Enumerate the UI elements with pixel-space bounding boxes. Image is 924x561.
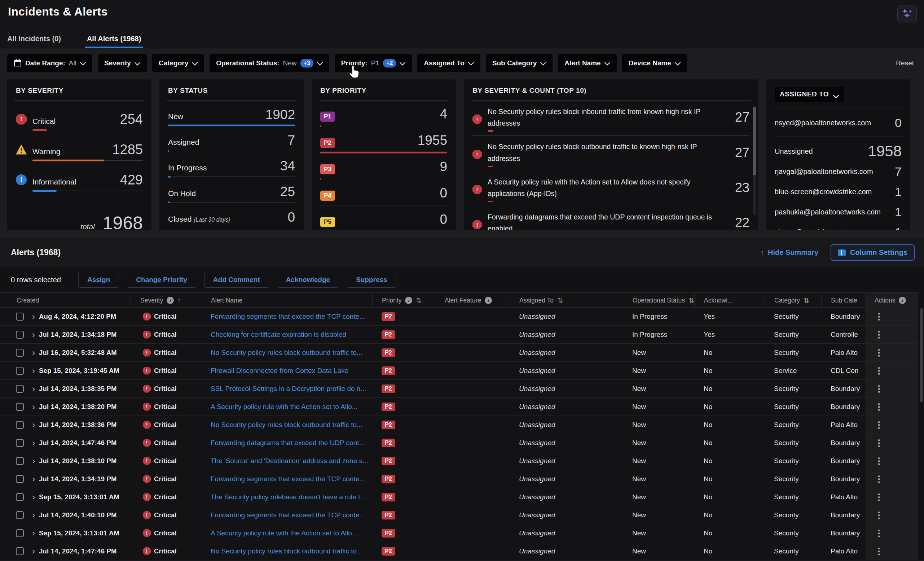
- top10-row[interactable]: ! A Security policy rule with the Action…: [472, 171, 750, 206]
- alert-name-link[interactable]: No Security policy rules block outbound …: [211, 421, 363, 429]
- expand-chevron-icon[interactable]: ›: [32, 547, 35, 556]
- assignee-row[interactable]: pashukla@paloaltonetworks.com 1: [775, 206, 902, 217]
- bulk-action-button[interactable]: Assign: [78, 272, 119, 288]
- priority-row[interactable]: P5 0: [320, 214, 447, 230]
- assignee-row[interactable]: Unassigned 1958: [775, 146, 902, 157]
- sort-icon[interactable]: ⇅: [688, 296, 694, 305]
- ai-assistant-button[interactable]: [897, 5, 917, 23]
- status-row[interactable]: On Hold 25: [168, 186, 295, 203]
- severity-row[interactable]: i Informational429: [16, 174, 143, 192]
- assignee-row[interactable]: rjavgal@paloaltonetworks.com 7: [775, 166, 902, 177]
- table-row[interactable]: › Aug 4, 2024, 4:12:20 PM ! Critical For…: [0, 308, 918, 326]
- expand-chevron-icon[interactable]: ›: [32, 439, 35, 447]
- table-row[interactable]: › Jul 14, 2024, 1:47:46 PM ! Critical No…: [0, 542, 918, 560]
- table-row[interactable]: › Sep 15, 2024, 3:13:01 AM ! Critical A …: [0, 524, 918, 542]
- hide-summary-button[interactable]: ↑ Hide Summary: [760, 248, 818, 257]
- row-actions-menu[interactable]: ⋮: [874, 475, 883, 483]
- row-checkbox[interactable]: [16, 385, 24, 393]
- filter-button[interactable]: Assigned To: [417, 54, 480, 72]
- filter-button[interactable]: Date Range: All: [7, 54, 92, 72]
- table-row[interactable]: › Sep 15, 2024, 3:19:45 AM ! Critical Fi…: [0, 362, 918, 380]
- header-created[interactable]: Created: [0, 293, 130, 308]
- column-settings-button[interactable]: Column Settings: [831, 244, 915, 261]
- row-checkbox[interactable]: [16, 349, 24, 356]
- tab[interactable]: All Incidents (0): [6, 33, 62, 48]
- row-actions-menu[interactable]: ⋮: [874, 439, 883, 447]
- alert-name-link[interactable]: Firewall Disconnected from Cortex Data L…: [211, 367, 348, 375]
- row-actions-menu[interactable]: ⋮: [874, 511, 883, 519]
- row-actions-menu[interactable]: ⋮: [874, 457, 883, 465]
- alert-name-link[interactable]: Forwarding segments that exceed the TCP …: [211, 511, 365, 519]
- tab[interactable]: All Alerts (1968): [86, 33, 142, 48]
- row-actions-menu[interactable]: ⋮: [874, 312, 883, 321]
- row-actions-menu[interactable]: ⋮: [874, 366, 883, 375]
- table-row[interactable]: › Jul 14, 2024, 1:34:18 PM ! Critical Ch…: [0, 326, 918, 344]
- alert-name-link[interactable]: Forwarding datagrams that exceed the UDP…: [211, 439, 364, 447]
- row-actions-menu[interactable]: ⋮: [874, 348, 883, 357]
- table-row[interactable]: › Jul 14, 2024, 1:40:10 PM ! Critical Fo…: [0, 506, 918, 524]
- assignee-row[interactable]: viewer@pan-labs.net 1: [775, 227, 902, 230]
- filter-button[interactable]: Priority: P1 +2: [335, 54, 412, 72]
- sort-icon[interactable]: ⇅: [416, 296, 422, 305]
- header-priority[interactable]: Priority i ⇅: [372, 293, 435, 308]
- table-row[interactable]: › Jul 14, 2024, 1:47:46 PM ! Critical Fo…: [0, 434, 918, 452]
- header-alert-name[interactable]: Alert Name: [202, 293, 372, 308]
- row-actions-menu[interactable]: ⋮: [874, 330, 883, 339]
- expand-chevron-icon[interactable]: ›: [32, 348, 35, 357]
- bulk-action-button[interactable]: Acknowledge: [277, 272, 339, 288]
- expand-chevron-icon[interactable]: ›: [32, 330, 35, 339]
- row-checkbox[interactable]: [16, 313, 24, 320]
- table-row[interactable]: › Jul 14, 2024, 1:34:19 PM ! Critical Fo…: [0, 470, 918, 488]
- expand-chevron-icon[interactable]: ›: [32, 529, 35, 537]
- top10-row[interactable]: ! No Security policy rules block outboun…: [472, 136, 750, 171]
- expand-chevron-icon[interactable]: ›: [32, 475, 35, 483]
- header-category[interactable]: Category ⇅: [765, 293, 821, 308]
- status-row[interactable]: Closed (Last 30 days) 0: [168, 212, 295, 229]
- filter-button[interactable]: Sub Category: [486, 54, 553, 72]
- alert-name-link[interactable]: No Security policy rules block outbound …: [211, 349, 363, 356]
- status-row[interactable]: Assigned 7: [168, 135, 295, 152]
- status-row[interactable]: In Progress 34: [168, 160, 295, 177]
- expand-chevron-icon[interactable]: ›: [32, 403, 35, 411]
- filter-button[interactable]: Device Name: [622, 54, 687, 72]
- table-row[interactable]: › Jul 14, 2024, 1:38:20 PM ! Critical A …: [0, 398, 918, 416]
- top10-row[interactable]: ! Forwarding datagrams that exceed the U…: [472, 206, 750, 230]
- alert-name-link[interactable]: A Security policy rule with the Action s…: [211, 529, 358, 537]
- row-actions-menu[interactable]: ⋮: [874, 403, 883, 411]
- alert-name-link[interactable]: No Security policy rules block outbound …: [211, 547, 363, 555]
- table-row[interactable]: › Sep 15, 2024, 3:13:01 AM ! Critical Th…: [0, 488, 918, 506]
- expand-chevron-icon[interactable]: ›: [32, 385, 35, 393]
- row-checkbox[interactable]: [16, 421, 24, 429]
- row-actions-menu[interactable]: ⋮: [874, 547, 883, 556]
- expand-chevron-icon[interactable]: ›: [32, 366, 35, 375]
- row-checkbox[interactable]: [16, 439, 24, 447]
- priority-row[interactable]: P3 9: [320, 161, 447, 180]
- assignee-row[interactable]: blue-screen@crowdstrike.com 1: [775, 186, 902, 197]
- alert-name-link[interactable]: The 'Source' and 'Destination' address a…: [211, 457, 368, 465]
- row-checkbox[interactable]: [16, 529, 24, 537]
- alert-name-link[interactable]: The Security policy rulebase doesn't hav…: [211, 493, 366, 501]
- expand-chevron-icon[interactable]: ›: [32, 511, 35, 519]
- sort-icon[interactable]: ⇅: [557, 296, 563, 305]
- alert-name-link[interactable]: Checking for certificate expiration is d…: [211, 331, 346, 338]
- alert-name-link[interactable]: A Security policy rule with the Action s…: [211, 403, 358, 411]
- filter-button[interactable]: Category: [152, 54, 204, 72]
- assignee-row[interactable]: nsyed@paloaltonetworks.com 0: [775, 117, 902, 128]
- expand-chevron-icon[interactable]: ›: [32, 421, 35, 429]
- row-checkbox[interactable]: [16, 493, 24, 501]
- priority-row[interactable]: P1 4: [320, 108, 447, 127]
- row-checkbox[interactable]: [16, 403, 24, 411]
- table-row[interactable]: › Jul 14, 2024, 1:38:35 PM ! Critical SS…: [0, 380, 918, 398]
- row-checkbox[interactable]: [16, 367, 24, 375]
- sort-icon[interactable]: ⇅: [804, 296, 809, 305]
- header-assigned-to[interactable]: Assigned To ⇅: [510, 293, 623, 308]
- filter-button[interactable]: Severity: [98, 54, 147, 72]
- filter-button[interactable]: Operational Status: New +3: [210, 54, 329, 72]
- table-scrollbar[interactable]: [920, 308, 923, 557]
- assigned-to-dropdown[interactable]: ASSIGNED TO: [775, 87, 844, 102]
- alert-name-link[interactable]: Forwarding segments that exceed the TCP …: [211, 475, 365, 483]
- alert-name-link[interactable]: Forwarding segments that exceed the TCP …: [211, 313, 365, 320]
- priority-row[interactable]: P4 0: [320, 187, 447, 206]
- expand-chevron-icon[interactable]: ›: [32, 493, 35, 501]
- row-actions-menu[interactable]: ⋮: [874, 421, 883, 429]
